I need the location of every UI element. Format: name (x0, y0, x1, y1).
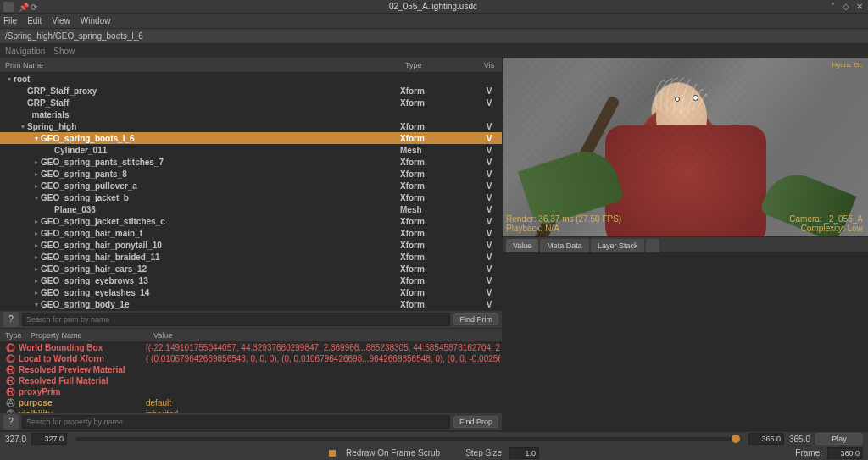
redraw-checkbox[interactable] (329, 450, 336, 457)
maximize-icon[interactable]: ◇ (841, 2, 851, 12)
property-search-input[interactable] (22, 415, 450, 429)
prim-vis[interactable]: V (476, 134, 502, 143)
value-panel[interactable] (503, 252, 868, 431)
expand-arrow-icon[interactable]: ▸ (32, 289, 41, 297)
property-row[interactable]: RproxyPrim (0, 386, 502, 397)
prim-search-input[interactable] (22, 313, 450, 326)
col-prop-name[interactable]: Property Name (25, 331, 148, 340)
nav-show[interactable]: Show (53, 47, 75, 56)
tree-row[interactable]: GRP_Staff_proxyXformV (0, 85, 502, 97)
expand-arrow-icon[interactable]: ▸ (32, 230, 41, 237)
prim-vis[interactable]: V (476, 300, 502, 309)
tree-row[interactable]: ▾Spring_highXformV (0, 120, 502, 132)
col-vis[interactable]: Vis (476, 61, 502, 69)
prim-vis[interactable]: V (476, 169, 502, 179)
col-type[interactable]: Type (400, 61, 476, 69)
menu-view[interactable]: View (52, 16, 70, 25)
tree-row[interactable]: ▸GEO_spring_hair_main_fXformV (0, 227, 502, 239)
minimize-icon[interactable]: ˅ (827, 2, 837, 12)
tree-row[interactable]: ▸GEO_spring_eyebrows_13XformV (0, 274, 502, 286)
find-prim-button[interactable]: Find Prim (453, 313, 498, 325)
tab-layer-stack[interactable]: Layer Stack (591, 239, 645, 252)
close-icon[interactable]: ✕ (854, 2, 865, 12)
refresh-icon[interactable]: ⟳ (31, 3, 39, 11)
tree-row[interactable]: ▸GEO_spring_hair_braided_11XformV (0, 251, 502, 263)
prim-vis[interactable]: V (476, 241, 502, 250)
property-name: proxyPrim (19, 387, 146, 396)
find-prop-button[interactable]: Find Prop (453, 416, 498, 428)
timeline-slider[interactable] (75, 437, 740, 441)
play-button[interactable]: Play (815, 433, 863, 445)
nav-navigation[interactable]: Navigation (5, 47, 45, 56)
tree-row[interactable]: ▸GEO_spring_pullover_aXformV (0, 180, 502, 191)
prim-vis[interactable]: V (476, 288, 502, 297)
prim-vis[interactable]: V (476, 98, 502, 108)
menu-window[interactable]: Window (81, 16, 111, 25)
tree-row[interactable]: GRP_StaffXformV (0, 97, 502, 108)
prim-vis[interactable]: V (476, 86, 502, 96)
tree-row[interactable]: Plane_036MeshV (0, 203, 502, 215)
expand-arrow-icon[interactable]: ▸ (32, 241, 41, 249)
tab-meta-data[interactable]: Meta Data (540, 239, 589, 252)
tree-row[interactable]: ▾GEO_spring_jacket_bXformV (0, 191, 502, 203)
timeline-cursor[interactable] (732, 435, 740, 443)
expand-arrow-icon[interactable]: ▸ (32, 253, 41, 261)
tree-row[interactable]: ▾root (0, 73, 502, 85)
tree-row[interactable]: ▸GEO_spring_eyelashes_14XformV (0, 286, 502, 298)
prim-vis[interactable]: V (476, 158, 502, 167)
prim-vis[interactable]: V (476, 252, 502, 262)
prim-vis[interactable]: V (476, 264, 502, 274)
expand-arrow-icon[interactable]: ▸ (32, 265, 41, 273)
tree-row[interactable]: ▾GEO_spring_boots_l_6XformV (0, 132, 502, 144)
property-row[interactable]: CLocal to World Xform( (0.01067964266985… (0, 353, 502, 364)
tree-row[interactable]: ▸GEO_spring_jacket_stitches_cXformV (0, 215, 502, 227)
col-prop-type[interactable]: Type (0, 331, 25, 340)
property-row[interactable]: CWorld Bounding Box[(-22.149101755044057… (0, 342, 502, 353)
help-button[interactable]: ? (3, 414, 19, 430)
prim-vis[interactable]: V (476, 181, 502, 191)
step-size-field[interactable] (509, 447, 539, 459)
prim-vis[interactable]: V (476, 146, 502, 155)
tree-row[interactable]: ▸GEO_spring_hair_ponytail_10XformV (0, 239, 502, 251)
prim-tree[interactable]: ▾rootGRP_Staff_proxyXformVGRP_StaffXform… (0, 73, 502, 310)
property-row[interactable]: RResolved Preview Material (0, 364, 502, 375)
tree-row[interactable]: Cylinder_011MeshV (0, 144, 502, 156)
prim-vis[interactable]: V (476, 193, 502, 202)
prim-vis[interactable]: V (476, 229, 502, 238)
tree-row[interactable]: _materials (0, 108, 502, 120)
expand-arrow-icon[interactable]: ▾ (19, 123, 27, 130)
expand-arrow-icon[interactable]: ▸ (32, 277, 41, 285)
property-list[interactable]: CWorld Bounding Box[(-22.149101755044057… (0, 342, 502, 413)
tree-row[interactable]: ▸GEO_spring_pants_8XformV (0, 168, 502, 180)
expand-arrow-icon[interactable]: ▸ (32, 158, 41, 166)
col-prop-value[interactable]: Value (148, 331, 502, 340)
tree-row[interactable]: ▸GEO_spring_hair_ears_12XformV (0, 263, 502, 274)
property-row[interactable]: Apurposedefault (0, 397, 502, 408)
expand-arrow-icon[interactable]: ▸ (32, 170, 41, 178)
expand-arrow-icon[interactable]: ▸ (32, 218, 41, 225)
tab-value[interactable]: Value (506, 239, 538, 252)
prim-vis[interactable]: V (476, 122, 502, 131)
prim-vis[interactable]: V (476, 217, 502, 226)
prim-vis[interactable]: V (476, 276, 502, 285)
prim-vis[interactable]: V (476, 205, 502, 214)
tree-row[interactable]: ▾GEO_spring_body_1eXformV (0, 298, 502, 310)
expand-arrow-icon[interactable]: ▾ (5, 75, 14, 83)
col-prim-name[interactable]: Prim Name (0, 61, 400, 69)
tab-composition[interactable] (646, 239, 659, 252)
expand-arrow-icon[interactable]: ▾ (32, 194, 41, 202)
expand-arrow-icon[interactable]: ▾ (32, 301, 41, 308)
range-in-field[interactable] (31, 433, 67, 445)
expand-arrow-icon[interactable]: ▾ (32, 135, 41, 142)
range-out-field[interactable] (748, 433, 784, 445)
menu-file[interactable]: File (3, 16, 17, 25)
viewport[interactable]: Hydra: GL Render: 36.37 ms (27.50 FPS) P… (503, 58, 868, 237)
property-row[interactable]: RResolved Full Material (0, 375, 502, 386)
prim-name: GEO_spring_hair_main_f (41, 229, 400, 238)
help-button[interactable]: ? (3, 312, 19, 327)
pin-icon[interactable]: 📌 (19, 3, 27, 11)
menu-edit[interactable]: Edit (27, 16, 42, 25)
prim-path-bar[interactable]: /Spring_high/GEO_spring_boots_l_6 (0, 29, 868, 44)
tree-row[interactable]: ▸GEO_spring_pants_stitches_7XformV (0, 156, 502, 168)
expand-arrow-icon[interactable]: ▸ (32, 182, 41, 190)
